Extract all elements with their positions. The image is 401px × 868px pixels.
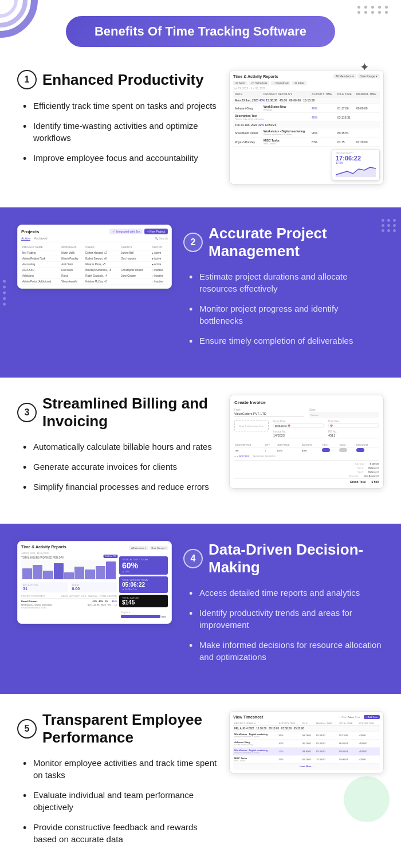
row-user: Ashwani Garg (233, 104, 262, 113)
row-proj2: Workstatus - Digital marketingReview wir… (262, 128, 310, 138)
ts-row: Ashwani GargCreate tickets (or fix) 43% … (233, 740, 380, 748)
col-act-pct: ACTIVITY (69, 595, 80, 598)
ts-total-3: 09:30:01 (338, 748, 357, 756)
col-discount: DISCOUNT (355, 443, 379, 447)
darrell-act: 45% (99, 600, 103, 603)
send-btn[interactable]: ✉ Send (233, 81, 247, 85)
projects-mockup: Projects ⚡ Integrated with Jira + New Pr… (17, 225, 172, 289)
bullet-4-2: Identify productivity trends and areas f… (189, 607, 384, 631)
date-range-filter[interactable]: Date Range ▾ (357, 74, 380, 78)
row-darrell: Darrell Stewart (21, 600, 91, 603)
col-managers: MANAGERS (60, 245, 84, 250)
col-clients: CLIENTS (120, 245, 151, 250)
ts-col-project: PROJECT DETAILS (233, 721, 278, 726)
row-idle4: 02:15 (336, 138, 355, 147)
prev-week[interactable]: ← Prev (339, 716, 347, 718)
svg-point-1 (0, 0, 25, 25)
date-range-btn[interactable]: Date Range ▾ (150, 546, 168, 550)
activity-today-card: TOTAL ACTIVITY TODAY 60% ▲ 10% (119, 556, 168, 575)
ts-total-1: 05:23:06 (338, 732, 357, 740)
proj-mgr-1: Nitish Malik (60, 250, 84, 256)
bullet-1-1: Efficiently track time spent on tasks an… (23, 100, 218, 112)
darrell-earn: 43% (92, 600, 97, 603)
row-act4: 67% (310, 138, 336, 147)
section-5-content: 5 Transparent Employee Performance Monit… (17, 711, 218, 853)
proj-status-3: ● Active (151, 262, 168, 268)
item-disc (355, 447, 379, 454)
section-5: 5 Transparent Employee Performance Monit… (0, 694, 401, 868)
tax2-value: Balance 0 (368, 470, 379, 473)
section-1: 1 Enhanced Productivity Efficiently trac… (0, 53, 401, 207)
tab-active[interactable]: Active (21, 237, 30, 241)
ts-idle-3: 09:16:05 (301, 748, 315, 756)
generate-btn[interactable]: Generate line items (253, 455, 276, 458)
load-more[interactable]: Load More... (233, 764, 380, 769)
ts-row: MISC TasksMISC Tasks 20% 40:13:05 15:30:… (233, 756, 380, 764)
search-icon-small[interactable]: 🔍 Search (155, 237, 168, 241)
ws-pct: 0% (108, 603, 111, 609)
due-date[interactable]: 📅 (328, 423, 379, 428)
ts-total-4: 19:00:01 (338, 756, 357, 764)
logo-drop-area[interactable]: Drag & drop image here (234, 420, 269, 431)
all-members-btn[interactable]: All Members ▾ (129, 546, 148, 550)
bullet-5-3: Provide constructive feedback and reward… (23, 821, 218, 845)
col-idle2: IDLE (81, 595, 87, 598)
spent-stat: SPENT 0.00 (70, 582, 117, 592)
ts-manual-3: 05:30:00 (315, 748, 338, 756)
schedule-btn[interactable]: ⏱ Schedule (249, 81, 269, 85)
curr-week: Today (348, 716, 354, 718)
bullet-4-1: Access detailed time reports and analyti… (189, 587, 384, 599)
download-btn[interactable]: ↓ Download (271, 81, 290, 85)
header-dots (357, 6, 390, 14)
ts-date-row: FRI, AUG 4 2023 15:38:30 08:13:05 05:30:… (233, 726, 380, 732)
new-project-btn[interactable]: + New Project (144, 229, 168, 234)
tab-archived[interactable]: Archived (34, 237, 47, 241)
proj-status-5: ○ Inactive (151, 273, 168, 279)
proj-name-5: Adblutons (21, 273, 60, 279)
grand-total-value: $ 500 (371, 480, 379, 484)
ws-date: Mon, Jul 28, 2023 (88, 603, 106, 609)
proj-status-6: ○ Inactive (151, 279, 168, 285)
ts-sys-4: +00:00 (357, 756, 380, 764)
report-table: DATE PROJECT DETAILS ▾ ACTIVITY TIME IDL… (233, 91, 380, 147)
ts-col-total: TOTAL TIME (338, 721, 357, 726)
section-2-content: 2 Accurate Project Management Estimate p… (183, 225, 384, 355)
discount-value: Disc Amount 0 (364, 474, 379, 477)
total-subtotal-label: Sub Total (355, 462, 364, 465)
section-3-number: 3 (17, 403, 37, 422)
ts-idle-4: 40:13:05 (301, 756, 315, 764)
ts-proj-2: Ashwani GargCreate tickets (or fix) (233, 740, 278, 748)
bullet-2-1: Estimate project durations and allocate … (189, 270, 384, 294)
proj-clients-4: Christopher Roland (120, 268, 151, 273)
section-1-heading-row: 1 Enhanced Productivity (17, 70, 218, 89)
add-time-btn[interactable]: + Add Time (364, 715, 380, 719)
add-item-btn[interactable]: + + Add Item Generate line items (234, 455, 379, 458)
worked-today-card: TOTAL WORKED TODAY 05:06:22 ▲ 2h 16m 15s (119, 576, 168, 593)
subtotal-value: $ 500.00 (369, 462, 379, 465)
section-4-bullets: Access detailed time reports and analyti… (183, 587, 384, 663)
table-row: Priyesh Pandey MISC TasksMISC Tasks 67% … (233, 138, 380, 147)
row-idle3: 80:15:54 (336, 128, 355, 138)
bullet-2-2: Monitor project progress and identify bo… (189, 303, 384, 327)
ts-idle-2: 06:13:05 (301, 740, 315, 748)
ta-title: Time & Activity Reports (21, 545, 66, 549)
purple-dots-left (3, 280, 6, 305)
bar-pct: 67% (162, 615, 166, 618)
client-dropdown[interactable]: Select ▾ (309, 412, 379, 418)
filter-btn[interactable]: ⚙ Filter (292, 81, 306, 85)
all-members-filter[interactable]: All Members ▾ (333, 74, 356, 78)
issue-label: Issue Date (273, 420, 324, 423)
row-manual: 00:00:00 (355, 104, 380, 113)
avg-value: 31 (23, 587, 66, 591)
issue-date[interactable]: 2025-09-16 📅 (273, 423, 324, 428)
ts-proj-3: WorkStatus - Digital marketingReview wir… (233, 748, 278, 756)
integrate-btn[interactable]: ⚡ Integrated with Jira (109, 229, 143, 234)
item-tax2 (338, 447, 355, 454)
section-1-number: 1 (17, 70, 37, 89)
section-1-content: 1 Enhanced Productivity Efficiently trac… (17, 70, 218, 172)
row-manual2 (355, 113, 380, 122)
section-5-bullets: Monitor employee activities and track ti… (17, 757, 218, 845)
date-row-jan24: Tue 24 Jan, 2023 32% 12:52:23 (233, 122, 380, 128)
next-week[interactable]: Next → (355, 716, 363, 718)
section-1-heading: Enhanced Productivity (42, 71, 204, 89)
